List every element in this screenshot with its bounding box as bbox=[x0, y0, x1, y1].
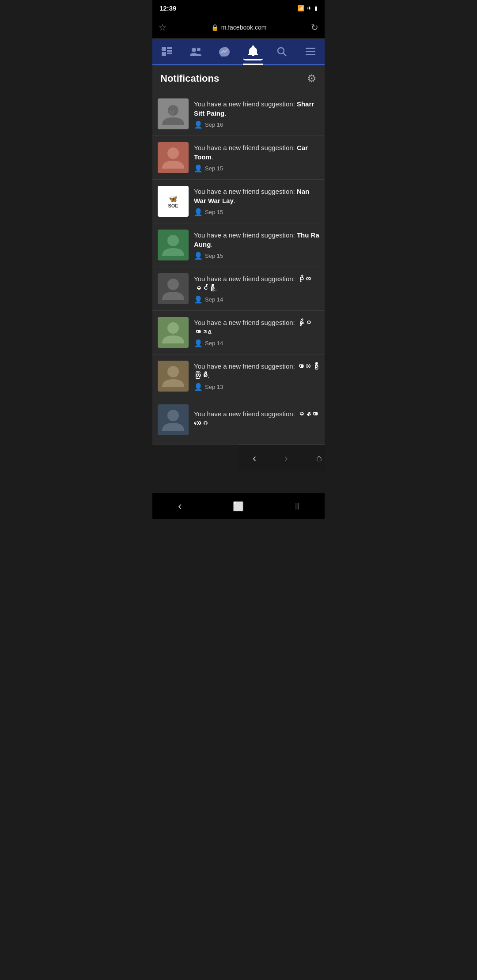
svg-rect-10 bbox=[306, 48, 315, 49]
svg-point-8 bbox=[278, 48, 284, 54]
notif-date-5: Sep 14 bbox=[205, 296, 223, 303]
notif-item-6[interactable]: You have a new friend suggestion: နိုဝ တ… bbox=[152, 311, 325, 354]
wifi-icon: 📶 bbox=[297, 5, 304, 11]
notif-item-5[interactable]: You have a new friend suggestion: ပိုးလမ… bbox=[152, 267, 325, 311]
svg-rect-11 bbox=[306, 51, 315, 52]
browser-bar: ☆ 🔒 m.facebook.com ↻ bbox=[152, 16, 325, 39]
fb-nav bbox=[152, 39, 325, 65]
friend-suggest-icon-2: 👤 bbox=[194, 164, 203, 173]
notif-date-3: Sep 15 bbox=[205, 209, 223, 215]
android-home[interactable]: ⬜ bbox=[233, 501, 244, 512]
avatar-8 bbox=[158, 404, 189, 435]
forward-button[interactable]: › bbox=[284, 452, 288, 464]
notif-meta-4: 👤 Sep 15 bbox=[194, 252, 319, 260]
settings-icon[interactable]: ⚙ bbox=[307, 72, 317, 85]
svg-point-6 bbox=[197, 48, 201, 51]
notif-date-1: Sep 16 bbox=[205, 121, 223, 128]
notif-text-3: You have a new friend suggestion: Nan Wa… bbox=[194, 187, 319, 205]
notif-text-6: You have a new friend suggestion: နိုဝ တ… bbox=[194, 318, 319, 336]
svg-point-7 bbox=[252, 55, 254, 56]
nav-messenger[interactable] bbox=[214, 43, 235, 60]
friend-suggest-icon-1: 👤 bbox=[194, 121, 203, 129]
plane-icon: ✈ bbox=[307, 5, 312, 11]
notif-meta-1: 👤 Sep 16 bbox=[194, 121, 319, 129]
back-button[interactable]: ‹ bbox=[253, 452, 256, 464]
status-icons: 📶 ✈ ▮ bbox=[297, 5, 318, 11]
android-nav-bar: ‹ ⬜ ⦀ bbox=[152, 493, 325, 519]
notif-date-2: Sep 15 bbox=[205, 165, 223, 172]
notif-content-5: You have a new friend suggestion: ပိုးလမ… bbox=[194, 274, 319, 304]
notif-content-8: You have a new friend suggestion: မနကာသဂ… bbox=[194, 409, 319, 430]
notif-item-3[interactable]: 🦋 SOE You have a new friend suggestion: … bbox=[152, 180, 325, 223]
avatar-6 bbox=[158, 317, 189, 348]
friend-suggest-icon-3: 👤 bbox=[194, 208, 203, 216]
notif-text-5: You have a new friend suggestion: ပိုးလမ… bbox=[194, 274, 319, 293]
svg-rect-0 bbox=[162, 47, 166, 51]
svg-point-19 bbox=[167, 366, 179, 377]
notif-text-4: You have a new friend suggestion: Thu Ra… bbox=[194, 230, 319, 249]
notifications-list: 🛡 You have a new friend suggestion: Shar… bbox=[152, 92, 325, 445]
nav-notifications[interactable] bbox=[243, 43, 263, 60]
friend-suggest-icon-5: 👤 bbox=[194, 295, 203, 304]
notif-item-4[interactable]: You have a new friend suggestion: Thu Ra… bbox=[152, 223, 325, 267]
notif-content-2: You have a new friend suggestion: Car To… bbox=[194, 143, 319, 173]
svg-point-20 bbox=[167, 410, 179, 421]
notif-content-4: You have a new friend suggestion: Thu Ra… bbox=[194, 230, 319, 260]
notif-date-4: Sep 15 bbox=[205, 253, 223, 259]
svg-rect-1 bbox=[162, 52, 166, 56]
svg-text:🛡: 🛡 bbox=[170, 110, 174, 115]
battery-icon: ▮ bbox=[314, 5, 318, 11]
home-button[interactable]: ⌂ bbox=[316, 452, 322, 464]
svg-point-16 bbox=[167, 235, 179, 246]
notif-content-1: You have a new friend suggestion: Sharr … bbox=[194, 99, 319, 129]
avatar-1: 🛡 bbox=[158, 98, 189, 129]
android-recents[interactable]: ⦀ bbox=[295, 501, 299, 512]
notif-date-6: Sep 14 bbox=[205, 340, 223, 347]
android-back[interactable]: ‹ bbox=[178, 499, 182, 513]
notif-text-1: You have a new friend suggestion: Sharr … bbox=[194, 99, 319, 118]
friend-suggest-icon-6: 👤 bbox=[194, 339, 203, 347]
notif-meta-3: 👤 Sep 15 bbox=[194, 208, 319, 216]
avatar-3: 🦋 SOE bbox=[158, 186, 189, 217]
url-bar[interactable]: 🔒 m.facebook.com bbox=[211, 24, 267, 31]
nav-menu[interactable] bbox=[300, 43, 321, 60]
nav-search[interactable] bbox=[272, 43, 292, 60]
notif-meta-6: 👤 Sep 14 bbox=[194, 339, 319, 347]
notif-item-8[interactable]: You have a new friend suggestion: မနကာသဂ… bbox=[152, 398, 325, 445]
status-bar: 12:39 📶 ✈ ▮ bbox=[152, 0, 325, 16]
svg-line-9 bbox=[283, 53, 286, 56]
notif-meta-2: 👤 Sep 15 bbox=[194, 164, 319, 173]
notif-text-8: You have a new friend suggestion: မနကာသဂ… bbox=[194, 409, 319, 428]
notif-text-7: You have a new friend suggestion: ဟာသ ဦး… bbox=[194, 362, 319, 380]
avatar-4 bbox=[158, 230, 189, 260]
svg-rect-4 bbox=[167, 53, 172, 54]
friend-suggest-icon-4: 👤 bbox=[194, 252, 203, 260]
svg-rect-2 bbox=[167, 47, 172, 49]
notifications-header: Notifications ⚙ bbox=[152, 65, 325, 92]
bookmark-icon[interactable]: ☆ bbox=[159, 22, 167, 33]
url-text: m.facebook.com bbox=[221, 24, 267, 31]
avatar-2 bbox=[158, 142, 189, 173]
svg-point-5 bbox=[192, 48, 196, 52]
notif-item-2[interactable]: You have a new friend suggestion: Car To… bbox=[152, 136, 325, 180]
friend-suggest-icon-7: 👤 bbox=[194, 383, 203, 391]
svg-point-17 bbox=[167, 279, 179, 290]
bottom-nav: ‹ › ⌂ ⊡ 2 ≡ bbox=[238, 445, 325, 471]
avatar-7 bbox=[158, 361, 189, 392]
nav-friends[interactable] bbox=[186, 43, 206, 60]
avatar-5 bbox=[158, 273, 189, 304]
refresh-icon[interactable]: ↻ bbox=[311, 22, 318, 33]
notif-content-3: You have a new friend suggestion: Nan Wa… bbox=[194, 187, 319, 216]
notif-item-1[interactable]: 🛡 You have a new friend suggestion: Shar… bbox=[152, 92, 325, 136]
notifications-title: Notifications bbox=[160, 73, 219, 84]
svg-point-18 bbox=[167, 322, 179, 334]
notif-item-7[interactable]: You have a new friend suggestion: ဟာသ ဦး… bbox=[152, 354, 325, 398]
notif-date-7: Sep 13 bbox=[205, 384, 223, 390]
svg-rect-12 bbox=[306, 54, 315, 55]
svg-rect-3 bbox=[167, 50, 172, 52]
notif-text-2: You have a new friend suggestion: Car To… bbox=[194, 143, 319, 162]
notif-content-6: You have a new friend suggestion: နိုဝ တ… bbox=[194, 318, 319, 347]
nav-news-feed[interactable] bbox=[157, 43, 177, 60]
notif-meta-5: 👤 Sep 14 bbox=[194, 295, 319, 304]
svg-point-15 bbox=[167, 147, 179, 159]
